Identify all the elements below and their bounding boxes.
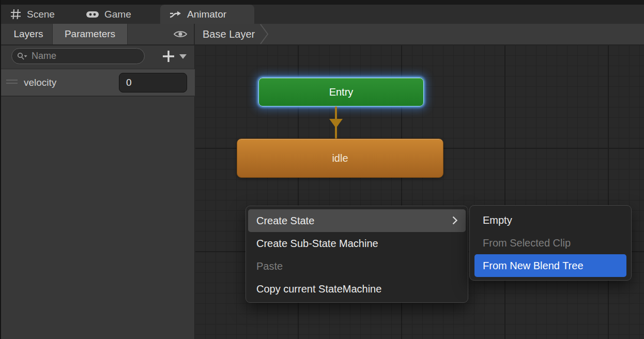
state-node-entry[interactable]: Entry: [258, 78, 424, 106]
breadcrumb[interactable]: Base Layer: [195, 24, 269, 44]
idle-node-label: idle: [332, 152, 348, 164]
tab-scene-label: Scene: [27, 9, 55, 20]
parameter-value-field[interactable]: 0: [119, 73, 187, 93]
submenu-item-from-selected-clip[interactable]: From Selected Clip: [474, 232, 626, 254]
add-parameter-button[interactable]: [161, 47, 191, 66]
search-icon: [17, 52, 27, 60]
search-input[interactable]: [11, 48, 145, 64]
window-left-edge: [0, 0, 1, 339]
menu-item-copy-current-statemachine[interactable]: Copy current StateMachine: [248, 278, 466, 300]
unity-animator-window: Scene Game Animator: [0, 0, 644, 339]
tab-animator-label: Animator: [187, 9, 226, 20]
chevron-down-icon: [179, 54, 187, 59]
plus-icon: [161, 49, 176, 64]
grid-icon: [10, 9, 21, 20]
gamepad-icon: [86, 10, 99, 19]
tab-parameters[interactable]: Parameters: [52, 24, 128, 44]
tab-scene[interactable]: Scene: [4, 5, 78, 24]
menu-item-label: Copy current StateMachine: [256, 283, 381, 295]
menu-item-create-substate-machine[interactable]: Create Sub-State Machine: [248, 232, 466, 255]
menu-item-create-state[interactable]: Create State: [248, 209, 466, 232]
menu-item-label: From Selected Clip: [483, 237, 571, 249]
eye-icon[interactable]: [173, 28, 188, 40]
context-menu: Create State Create Sub-State Machine Pa…: [246, 206, 468, 303]
window-top-strip: [0, 0, 644, 5]
entry-node-label: Entry: [329, 86, 354, 98]
parameter-name-label: velocity: [24, 69, 56, 96]
create-state-submenu: Empty From Selected Clip From New Blend …: [469, 205, 632, 281]
tab-animator[interactable]: Animator: [160, 5, 254, 24]
menu-item-paste[interactable]: Paste: [248, 255, 466, 278]
flow-icon: [169, 10, 181, 19]
tab-game-label: Game: [104, 9, 131, 20]
menu-item-label: Empty: [483, 214, 512, 226]
breadcrumb-chevron-icon: [260, 24, 269, 44]
breadcrumb-base-layer-label: Base Layer: [203, 28, 255, 40]
parameters-panel: velocity 0: [0, 45, 195, 339]
transition-arrow-icon: [329, 119, 343, 128]
submenu-item-from-new-blend-tree[interactable]: From New Blend Tree: [474, 254, 626, 277]
submenu-chevron-icon: [452, 216, 457, 225]
submenu-item-empty[interactable]: Empty: [474, 209, 626, 232]
parameter-row-velocity[interactable]: velocity 0: [0, 69, 195, 97]
menu-item-label: Create State: [256, 215, 314, 227]
panel-divider: [194, 24, 195, 44]
search-text-field[interactable]: [32, 51, 151, 61]
tab-layers[interactable]: Layers: [5, 24, 52, 44]
menu-item-label: Paste: [256, 260, 283, 272]
tab-game[interactable]: Game: [80, 5, 155, 24]
state-node-idle[interactable]: idle: [237, 138, 443, 178]
drag-handle-icon[interactable]: [6, 80, 18, 86]
editor-tab-bar: Scene Game Animator: [0, 0, 644, 24]
menu-item-label: Create Sub-State Machine: [256, 238, 378, 250]
animator-header-bar: Layers Parameters Base Layer: [0, 24, 644, 45]
menu-item-label: From New Blend Tree: [483, 260, 584, 272]
